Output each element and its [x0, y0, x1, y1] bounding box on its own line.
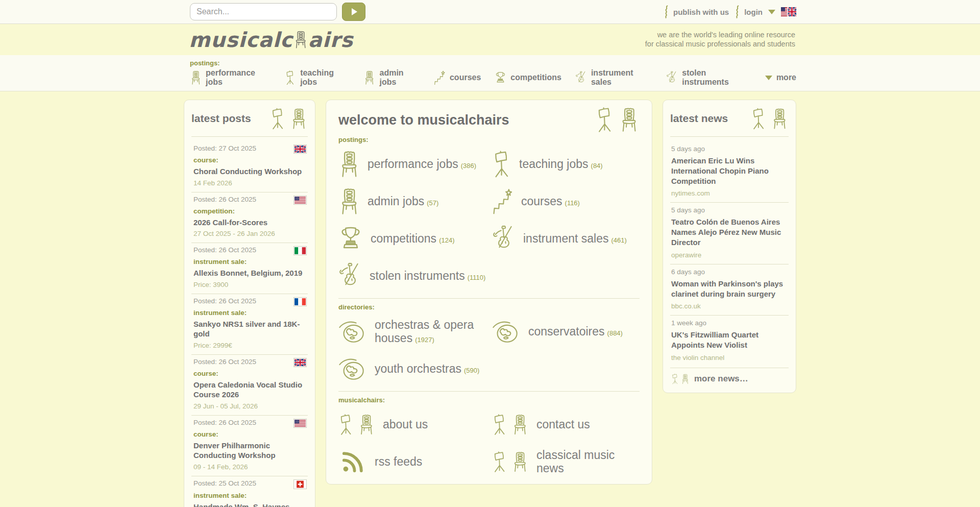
nav-postings-label: postings: — [190, 59, 796, 67]
chevron-down-icon[interactable] — [768, 10, 775, 14]
chair-icon — [338, 150, 360, 179]
link-teaching-jobs[interactable]: teaching jobs(84) — [492, 150, 640, 179]
nav-item-courses[interactable]: courses — [434, 70, 481, 85]
post-title[interactable]: Opera Caledonia Vocal Studio Course 2026 — [193, 380, 307, 400]
post-item[interactable]: Posted: 26 Oct 2025 competition: 2026 Ca… — [191, 192, 308, 243]
music-stand-chair-icon — [270, 106, 308, 132]
link-conservatoires[interactable]: conservatoires(884) — [492, 317, 640, 347]
post-item[interactable]: Posted: 26 Oct 2025 course: Denver Philh… — [191, 415, 308, 476]
violin-icon — [492, 225, 516, 253]
nav-item-admin-jobs[interactable]: admin jobs — [363, 68, 420, 87]
link-label: about us — [383, 418, 428, 431]
search-go-icon — [352, 8, 357, 15]
top-bar: publish with us login — [0, 0, 980, 24]
link-courses[interactable]: courses(116) — [492, 187, 640, 216]
link-stolen-instruments[interactable]: stolen instruments(1110) — [338, 261, 486, 291]
post-item[interactable]: Posted: 26 Oct 2025 instrument sale: All… — [191, 243, 308, 294]
login-label: login — [744, 8, 763, 16]
link-count: (461) — [611, 236, 626, 244]
news-item[interactable]: 5 days ago Teatro Colón de Buenos Aires … — [670, 202, 789, 263]
post-item[interactable]: Posted: 26 Oct 2025 course: Opera Caledo… — [191, 354, 308, 415]
post-title[interactable]: Denver Philharmonic Conducting Workshop — [193, 441, 307, 461]
tagline-line2: for classical music professionals and st… — [645, 40, 795, 49]
post-title[interactable]: Allexis Bonnet, Belgium, 2019 — [193, 268, 307, 278]
link-count: (84) — [591, 162, 603, 170]
link-label: performance jobs — [368, 157, 458, 171]
login-link[interactable]: login — [734, 5, 763, 18]
nav-item-stolen-instruments[interactable]: stolen instruments — [666, 68, 751, 87]
search-button[interactable] — [342, 3, 365, 21]
post-date: Posted: 26 Oct 2025 — [193, 196, 256, 203]
link-competitions[interactable]: competitions(124) — [338, 224, 486, 254]
nav-item-label: courses — [450, 73, 481, 82]
news-title[interactable]: UK's Fitzwilliam Quartet Appoints New Vi… — [671, 330, 788, 350]
news-item[interactable]: 6 days ago Woman with Parkinson's plays … — [670, 264, 789, 316]
link-label: conservatoires — [528, 325, 605, 338]
trophy-icon — [495, 70, 506, 85]
link-orchestras-opera-houses[interactable]: orchestras & opera houses(1927) — [338, 317, 486, 347]
link-count: (386) — [461, 162, 476, 170]
post-category: course: — [193, 156, 307, 164]
link-about-us[interactable]: about us — [338, 410, 486, 440]
nav-item-more[interactable]: more — [765, 73, 796, 82]
link-label: rss feeds — [375, 455, 422, 468]
search-input[interactable] — [190, 3, 337, 20]
news-title[interactable]: American Eric Lu Wins International Chop… — [671, 156, 788, 186]
link-label: teaching jobs — [519, 157, 589, 171]
news-age: 6 days ago — [671, 268, 788, 276]
link-label: contact us — [536, 418, 590, 431]
link-performance-jobs[interactable]: performance jobs(386) — [338, 150, 486, 179]
link-classical-music-news[interactable]: classical music news — [492, 447, 640, 477]
flag-italy-icon — [293, 246, 307, 255]
publish-with-us-link[interactable]: publish with us — [664, 5, 729, 18]
more-news-label: more news… — [694, 374, 748, 384]
news-title[interactable]: Woman with Parkinson's plays clarinet du… — [671, 279, 788, 299]
news-item[interactable]: 5 days ago American Eric Lu Wins Interna… — [670, 141, 789, 202]
nav-item-teaching-jobs[interactable]: teaching jobs — [284, 68, 350, 87]
nav-item-instrument-sales[interactable]: instrument sales — [575, 68, 652, 87]
news-title[interactable]: Teatro Colón de Buenos Aires Names Alejo… — [671, 217, 788, 247]
post-date: Posted: 25 Oct 2025 — [193, 479, 256, 487]
link-admin-jobs[interactable]: admin jobs(57) — [338, 187, 486, 216]
post-title[interactable]: Sankyo NRS1 silver and 18K-gold — [193, 319, 307, 339]
nav-items: performance jobs teaching jobs admin job… — [190, 68, 796, 87]
welcome-panel: welcome to musicalchairs postings: perfo… — [326, 100, 652, 485]
language-flag-icon[interactable] — [781, 7, 796, 16]
nav-item-performance-jobs[interactable]: performance jobs — [190, 68, 271, 87]
music-stand-chair-icon — [338, 413, 375, 437]
flag-us-icon — [293, 419, 307, 428]
logo-text-left: musicalc — [189, 28, 293, 52]
post-category: course: — [193, 430, 307, 438]
music-stand-chair-icon — [492, 413, 529, 437]
trophy-icon — [338, 226, 363, 252]
post-item[interactable]: Posted: 26 Oct 2025 instrument sale: San… — [191, 294, 308, 354]
postings-links: performance jobs(386) teaching jobs(84) … — [338, 150, 640, 291]
latest-news-title: latest news — [670, 112, 728, 125]
squiggle-icon — [734, 5, 740, 18]
link-contact-us[interactable]: contact us — [492, 410, 640, 440]
music-stand-chair-icon — [596, 106, 640, 134]
post-item[interactable]: Posted: 27 Oct 2025 course: Choral Condu… — [191, 141, 308, 192]
latest-news-panel: latest news 5 days ago American Eric Lu … — [663, 100, 796, 393]
globe-icon — [492, 320, 521, 344]
post-title[interactable]: 2026 Call-for-Scores — [193, 218, 307, 228]
more-news-link[interactable]: more news… — [670, 368, 789, 387]
post-item[interactable]: Posted: 25 Oct 2025 instrument sale: Han… — [191, 476, 308, 507]
link-youth-orchestras[interactable]: youth orchestras(590) — [338, 354, 486, 384]
post-title[interactable]: Handmade Wm. S. Haynes — [193, 502, 307, 507]
chevron-down-icon — [765, 76, 772, 80]
link-instrument-sales[interactable]: instrument sales(461) — [492, 224, 640, 254]
chair-icon — [293, 30, 308, 50]
nav-item-competitions[interactable]: competitions — [495, 70, 561, 85]
violin-icon — [338, 262, 362, 291]
chair-icon — [190, 70, 202, 85]
violin-icon — [575, 70, 587, 85]
stairs-icon — [434, 70, 446, 85]
link-rss-feeds[interactable]: rss feeds — [338, 447, 486, 477]
musicalchairs-logo[interactable]: musicalc airs — [189, 28, 353, 52]
nav-item-label: performance jobs — [206, 68, 271, 87]
logo-text-right: airs — [308, 28, 353, 52]
post-title[interactable]: Choral Conducting Workshop — [193, 166, 307, 177]
post-category: instrument sale: — [193, 492, 307, 499]
news-item[interactable]: 1 week ago UK's Fitzwilliam Quartet Appo… — [670, 315, 789, 367]
